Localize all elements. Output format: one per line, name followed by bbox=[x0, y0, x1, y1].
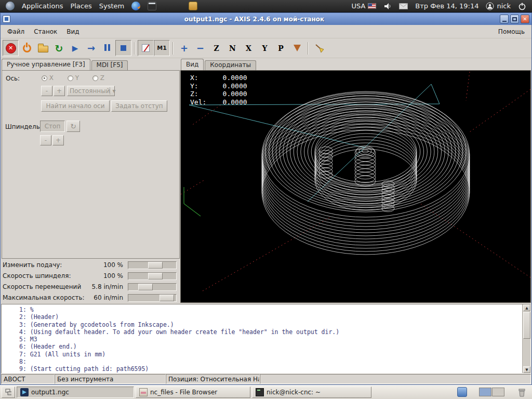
menubar: Файл Станок Вид Помощь bbox=[1, 25, 531, 38]
mail-applet[interactable] bbox=[395, 0, 411, 12]
menu-applications-label: Applications bbox=[22, 2, 63, 10]
clear-plot-button[interactable] bbox=[311, 40, 327, 56]
gcode-scrollbar[interactable]: ▲ ▼ bbox=[522, 304, 530, 373]
trash-applet[interactable] bbox=[517, 387, 526, 399]
slider-handle[interactable] bbox=[138, 284, 153, 290]
gcode-line[interactable]: 9: (Start cutting path id: path6595) bbox=[2, 365, 530, 373]
estop-icon: ✕ bbox=[6, 43, 16, 54]
gcode-line[interactable]: 2: (Header) bbox=[2, 313, 530, 321]
scroll-down-icon[interactable]: ▼ bbox=[523, 366, 530, 373]
volume-applet[interactable] bbox=[380, 0, 395, 12]
run-button[interactable]: ▶ bbox=[67, 40, 83, 56]
terminal-icon bbox=[256, 388, 264, 396]
open-file-button[interactable] bbox=[35, 40, 51, 56]
spindle-override-row: Скорость шпинделя: 100 % bbox=[1, 271, 180, 282]
spindle-stop-button[interactable]: Стоп bbox=[40, 121, 65, 132]
slider-value: 100 % bbox=[78, 272, 123, 280]
estop-button[interactable]: ✕ bbox=[3, 40, 19, 56]
tab-dro[interactable]: Координаты bbox=[205, 60, 256, 70]
jog-plus-button[interactable]: + bbox=[54, 86, 65, 96]
slider-value: 100 % bbox=[78, 261, 123, 269]
spindle-turn-button[interactable]: ↻ bbox=[66, 121, 80, 132]
optional-stop-toggle[interactable]: M1 bbox=[154, 40, 170, 56]
task-output1[interactable]: output1.ngc bbox=[17, 387, 134, 398]
spindle-override-slider[interactable] bbox=[128, 272, 177, 280]
speaker-icon bbox=[383, 2, 392, 10]
view-rotated-top-button[interactable]: N bbox=[224, 40, 241, 56]
slider-value: 60 in/min bbox=[78, 294, 123, 301]
home-axis-button[interactable]: Найти начало оси bbox=[41, 100, 110, 112]
max-velocity-slider[interactable] bbox=[128, 294, 177, 302]
stop-button[interactable] bbox=[115, 40, 131, 56]
user-menu[interactable]: nick bbox=[482, 0, 514, 12]
menu-system[interactable]: System bbox=[96, 0, 128, 12]
workspace-2[interactable] bbox=[492, 388, 504, 396]
main-menu-button[interactable] bbox=[2, 0, 18, 12]
gcode-line[interactable]: 6: (Header end.) bbox=[2, 343, 530, 350]
clock-applet[interactable]: Втр Фев 14, 19:14 bbox=[411, 0, 482, 12]
shutdown-button[interactable] bbox=[514, 0, 530, 12]
rotate-view-button[interactable] bbox=[289, 40, 305, 56]
menu-file[interactable]: Файл bbox=[3, 26, 29, 37]
scroll-up-icon[interactable]: ▲ bbox=[523, 304, 530, 311]
view-front-button[interactable]: Y bbox=[257, 40, 273, 56]
gcode-line[interactable]: 3: (Generated by gcodetools from Inkscap… bbox=[2, 321, 530, 328]
toolbar-separator bbox=[308, 42, 309, 55]
workspace-1[interactable] bbox=[479, 388, 491, 396]
gcode-line[interactable]: 1: % bbox=[2, 306, 530, 313]
menu-applications[interactable]: Applications bbox=[18, 0, 66, 12]
slider-handle[interactable] bbox=[159, 295, 174, 301]
pause-button[interactable] bbox=[99, 40, 115, 56]
backplot-preview[interactable]: X: 0.0000 Y: 0.0000 Z: 0.0000 Vel: 0.000… bbox=[180, 70, 531, 303]
skip-lines-toggle[interactable] bbox=[138, 40, 154, 56]
radio-icon bbox=[92, 75, 98, 81]
zoom-in-button[interactable]: + bbox=[176, 40, 192, 56]
menu-machine[interactable]: Станок bbox=[29, 26, 62, 37]
gcode-line[interactable]: 5: M3 bbox=[2, 336, 530, 343]
maximize-button[interactable] bbox=[510, 15, 519, 23]
keyboard-layout-indicator[interactable]: USA bbox=[348, 0, 380, 12]
view-top-button[interactable]: Z bbox=[208, 40, 224, 56]
jog-speed-slider[interactable] bbox=[128, 283, 177, 291]
terminal-launcher[interactable] bbox=[144, 0, 160, 12]
task-terminal[interactable]: nick@nick-cnc: ~ bbox=[252, 387, 371, 398]
jog-minus-button[interactable]: - bbox=[41, 86, 52, 96]
toolbar-separator bbox=[134, 42, 135, 55]
axis-radio-z[interactable]: Z bbox=[92, 74, 104, 82]
touch-off-button[interactable]: Задать отступ bbox=[111, 100, 167, 112]
gcode-line[interactable]: 8: bbox=[2, 358, 530, 365]
firefox-launcher[interactable] bbox=[128, 0, 144, 12]
close-button[interactable]: ✕ bbox=[521, 15, 529, 23]
reload-button[interactable]: ↻ bbox=[51, 40, 67, 56]
app-launcher[interactable] bbox=[185, 0, 201, 12]
titlebar[interactable]: output1.ngc - AXIS 2.4.6 on мой-станок ✕ bbox=[1, 13, 531, 25]
menu-help[interactable]: Помощь bbox=[494, 26, 529, 37]
firefox-icon bbox=[131, 2, 140, 10]
tab-manual-control[interactable]: Ручное управление [F3] bbox=[2, 59, 90, 70]
window-list-button[interactable] bbox=[2, 387, 15, 398]
zoom-out-button[interactable]: − bbox=[192, 40, 208, 56]
tab-mdi[interactable]: MDI [F5] bbox=[91, 60, 128, 70]
gcode-listing[interactable]: 1: % 2: (Header) 3: (Generated by gcodet… bbox=[1, 304, 531, 374]
axis-radio-x[interactable]: X bbox=[42, 74, 54, 82]
task-file-browser[interactable]: nc_files - File Browser bbox=[136, 387, 250, 398]
spindle-plus-button[interactable]: + bbox=[52, 135, 64, 145]
scrollbar-thumb[interactable] bbox=[523, 312, 530, 339]
view-side-button[interactable]: X bbox=[241, 40, 257, 56]
axis-radio-y[interactable]: Y bbox=[68, 74, 79, 82]
jog-mode-select[interactable]: Постоянный ▾ bbox=[67, 86, 115, 96]
tab-preview[interactable]: Вид bbox=[181, 59, 204, 70]
slider-handle[interactable] bbox=[148, 262, 163, 269]
view-perspective-button[interactable]: P bbox=[273, 40, 289, 56]
spindle-minus-button[interactable]: - bbox=[40, 135, 51, 145]
panel-applet-icon[interactable] bbox=[457, 387, 467, 397]
menu-view[interactable]: Вид bbox=[62, 26, 84, 37]
gcode-line[interactable]: 7: G21 (All units in mm) bbox=[2, 351, 530, 358]
step-button[interactable]: → bbox=[83, 40, 99, 56]
slider-handle[interactable] bbox=[148, 273, 163, 280]
menu-places[interactable]: Places bbox=[66, 0, 95, 12]
feed-override-slider[interactable] bbox=[128, 261, 177, 269]
minimize-button[interactable] bbox=[500, 15, 509, 23]
gcode-line[interactable]: 4: (Using default header. To add your ow… bbox=[2, 328, 530, 336]
machine-power-button[interactable] bbox=[19, 40, 35, 56]
